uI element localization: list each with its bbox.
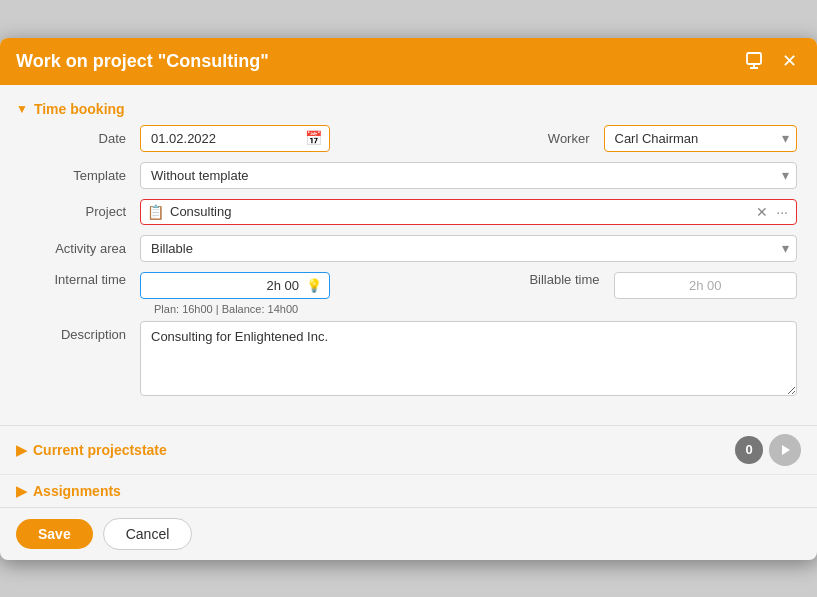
date-worker-row: Date 📅 Worker Carl Chairman ▾ [20, 125, 797, 152]
worker-select-wrapper: Carl Chairman ▾ [604, 125, 798, 152]
project-more-button[interactable]: ··· [774, 204, 790, 220]
header-actions: ✕ [740, 48, 801, 75]
assignments-label: Assignments [33, 483, 121, 499]
worker-select[interactable]: Carl Chairman [604, 125, 798, 152]
project-state-badge: 0 [735, 436, 763, 464]
close-button[interactable]: ✕ [778, 50, 801, 72]
project-state-label: Current projectstate [33, 442, 167, 458]
project-list-icon: 📋 [147, 204, 164, 220]
activity-select-wrapper: Billable ▾ [140, 235, 797, 262]
project-actions: ✕ ··· [754, 204, 790, 220]
activity-select[interactable]: Billable [140, 235, 797, 262]
date-wrapper: 📅 [140, 125, 330, 152]
play-button[interactable] [769, 434, 801, 466]
project-state-arrow: ▶ [16, 442, 27, 458]
assignments-arrow: ▶ [16, 483, 27, 499]
svg-rect-0 [747, 53, 761, 64]
project-clear-button[interactable]: ✕ [754, 204, 770, 220]
dialog-body: ▼ Time booking Date 📅 Worker Carl Chairm… [0, 85, 817, 560]
project-state-row: ▶ Current projectstate 0 [0, 426, 817, 475]
billable-time-label: Billable time [514, 272, 614, 287]
time-hint-icon: 💡 [306, 278, 322, 293]
time-booking-form: Date 📅 Worker Carl Chairman ▾ Template [0, 125, 817, 421]
description-row: Description Consulting for Enlightened I… [20, 321, 797, 399]
project-input-wrapper[interactable]: 📋 ✕ ··· [140, 199, 797, 225]
time-booking-label: Time booking [34, 101, 125, 117]
description-control: Consulting for Enlightened Inc. [140, 321, 797, 399]
project-label: Project [20, 204, 140, 219]
assignments-section[interactable]: ▶ Assignments [0, 475, 817, 507]
bottom-sections: ▶ Current projectstate 0 ▶ Assignments [0, 425, 817, 507]
save-button[interactable]: Save [16, 519, 93, 549]
template-select[interactable]: Without template [140, 162, 797, 189]
date-input[interactable] [140, 125, 330, 152]
internal-time-wrapper: 💡 [140, 272, 330, 299]
activity-label: Activity area [20, 241, 140, 256]
description-textarea[interactable]: Consulting for Enlightened Inc. [140, 321, 797, 396]
cancel-button[interactable]: Cancel [103, 518, 193, 550]
date-label: Date [20, 131, 140, 146]
template-row: Template Without template ▾ [20, 162, 797, 189]
project-state-section[interactable]: ▶ Current projectstate [16, 442, 167, 458]
dialog-title: Work on project "Consulting" [16, 51, 269, 72]
billable-time-input[interactable] [614, 272, 798, 299]
dialog: Work on project "Consulting" ✕ ▼ Time bo… [0, 38, 817, 560]
plan-balance-hint: Plan: 16h00 | Balance: 14h00 [140, 303, 797, 315]
project-input[interactable] [170, 204, 754, 219]
dialog-header: Work on project "Consulting" ✕ [0, 38, 817, 85]
time-booking-section-header[interactable]: ▼ Time booking [0, 97, 817, 125]
template-label: Template [20, 168, 140, 183]
worker-label: Worker [524, 131, 604, 146]
project-state-right: 0 [735, 434, 801, 466]
internal-time-input[interactable] [140, 272, 330, 299]
project-row: Project 📋 ✕ ··· [20, 199, 797, 225]
activity-row: Activity area Billable ▾ [20, 235, 797, 262]
billable-time-wrapper [614, 272, 798, 299]
description-label: Description [20, 321, 140, 342]
template-select-wrapper: Without template ▾ [140, 162, 797, 189]
time-booking-arrow: ▼ [16, 102, 28, 116]
svg-marker-3 [782, 445, 790, 455]
internal-time-label: Internal time [20, 272, 140, 287]
dialog-footer: Save Cancel [0, 507, 817, 560]
pin-button[interactable] [740, 48, 768, 75]
time-row: Internal time 💡 Billable time [20, 272, 797, 299]
